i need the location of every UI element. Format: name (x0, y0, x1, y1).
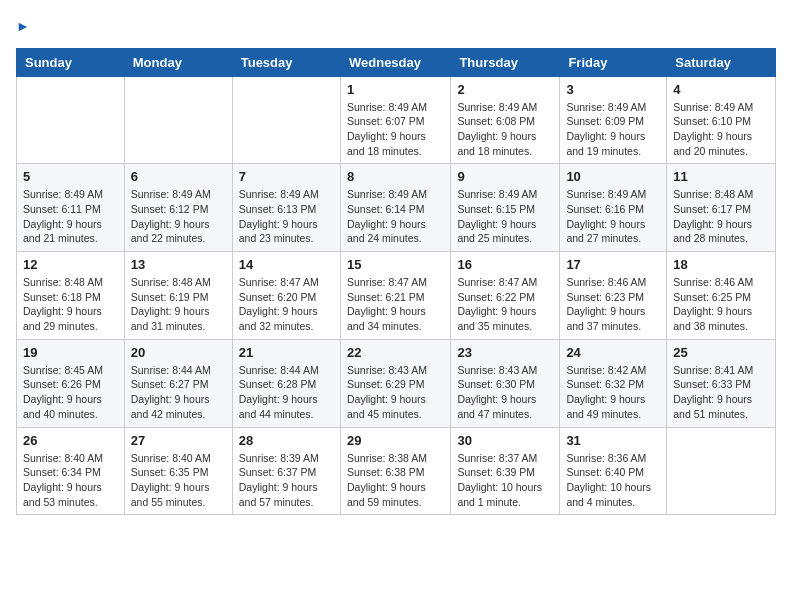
day-info: Sunrise: 8:47 AM Sunset: 6:21 PM Dayligh… (347, 275, 444, 334)
calendar-cell (667, 427, 776, 515)
column-header-tuesday: Tuesday (232, 48, 340, 76)
calendar-cell: 1Sunrise: 8:49 AM Sunset: 6:07 PM Daylig… (340, 76, 450, 164)
calendar-cell: 30Sunrise: 8:37 AM Sunset: 6:39 PM Dayli… (451, 427, 560, 515)
calendar-cell (17, 76, 125, 164)
calendar-cell: 12Sunrise: 8:48 AM Sunset: 6:18 PM Dayli… (17, 252, 125, 340)
day-number: 14 (239, 257, 334, 272)
calendar-cell: 5Sunrise: 8:49 AM Sunset: 6:11 PM Daylig… (17, 164, 125, 252)
day-number: 7 (239, 169, 334, 184)
day-number: 29 (347, 433, 444, 448)
column-header-thursday: Thursday (451, 48, 560, 76)
calendar-cell: 20Sunrise: 8:44 AM Sunset: 6:27 PM Dayli… (124, 339, 232, 427)
calendar-cell: 4Sunrise: 8:49 AM Sunset: 6:10 PM Daylig… (667, 76, 776, 164)
day-number: 8 (347, 169, 444, 184)
day-number: 19 (23, 345, 118, 360)
day-info: Sunrise: 8:49 AM Sunset: 6:12 PM Dayligh… (131, 187, 226, 246)
calendar-cell: 17Sunrise: 8:46 AM Sunset: 6:23 PM Dayli… (560, 252, 667, 340)
day-info: Sunrise: 8:43 AM Sunset: 6:29 PM Dayligh… (347, 363, 444, 422)
day-info: Sunrise: 8:40 AM Sunset: 6:34 PM Dayligh… (23, 451, 118, 510)
logo-icon: ► (16, 18, 30, 34)
day-info: Sunrise: 8:49 AM Sunset: 6:10 PM Dayligh… (673, 100, 769, 159)
calendar-cell: 27Sunrise: 8:40 AM Sunset: 6:35 PM Dayli… (124, 427, 232, 515)
calendar-cell: 22Sunrise: 8:43 AM Sunset: 6:29 PM Dayli… (340, 339, 450, 427)
column-header-sunday: Sunday (17, 48, 125, 76)
day-number: 10 (566, 169, 660, 184)
calendar-cell: 7Sunrise: 8:49 AM Sunset: 6:13 PM Daylig… (232, 164, 340, 252)
day-info: Sunrise: 8:38 AM Sunset: 6:38 PM Dayligh… (347, 451, 444, 510)
day-info: Sunrise: 8:49 AM Sunset: 6:13 PM Dayligh… (239, 187, 334, 246)
day-number: 21 (239, 345, 334, 360)
calendar-cell: 6Sunrise: 8:49 AM Sunset: 6:12 PM Daylig… (124, 164, 232, 252)
day-info: Sunrise: 8:49 AM Sunset: 6:14 PM Dayligh… (347, 187, 444, 246)
day-number: 11 (673, 169, 769, 184)
calendar-cell: 25Sunrise: 8:41 AM Sunset: 6:33 PM Dayli… (667, 339, 776, 427)
calendar-week-row: 1Sunrise: 8:49 AM Sunset: 6:07 PM Daylig… (17, 76, 776, 164)
day-number: 31 (566, 433, 660, 448)
day-info: Sunrise: 8:39 AM Sunset: 6:37 PM Dayligh… (239, 451, 334, 510)
day-info: Sunrise: 8:47 AM Sunset: 6:20 PM Dayligh… (239, 275, 334, 334)
calendar-cell: 19Sunrise: 8:45 AM Sunset: 6:26 PM Dayli… (17, 339, 125, 427)
day-number: 6 (131, 169, 226, 184)
day-info: Sunrise: 8:43 AM Sunset: 6:30 PM Dayligh… (457, 363, 553, 422)
calendar-cell: 8Sunrise: 8:49 AM Sunset: 6:14 PM Daylig… (340, 164, 450, 252)
day-number: 25 (673, 345, 769, 360)
column-header-saturday: Saturday (667, 48, 776, 76)
day-info: Sunrise: 8:44 AM Sunset: 6:27 PM Dayligh… (131, 363, 226, 422)
day-number: 26 (23, 433, 118, 448)
day-number: 13 (131, 257, 226, 272)
day-number: 30 (457, 433, 553, 448)
day-info: Sunrise: 8:48 AM Sunset: 6:18 PM Dayligh… (23, 275, 118, 334)
calendar-cell: 3Sunrise: 8:49 AM Sunset: 6:09 PM Daylig… (560, 76, 667, 164)
day-info: Sunrise: 8:42 AM Sunset: 6:32 PM Dayligh… (566, 363, 660, 422)
calendar-week-row: 12Sunrise: 8:48 AM Sunset: 6:18 PM Dayli… (17, 252, 776, 340)
day-number: 16 (457, 257, 553, 272)
day-info: Sunrise: 8:49 AM Sunset: 6:08 PM Dayligh… (457, 100, 553, 159)
calendar-cell: 2Sunrise: 8:49 AM Sunset: 6:08 PM Daylig… (451, 76, 560, 164)
day-info: Sunrise: 8:41 AM Sunset: 6:33 PM Dayligh… (673, 363, 769, 422)
day-info: Sunrise: 8:49 AM Sunset: 6:09 PM Dayligh… (566, 100, 660, 159)
calendar-cell: 29Sunrise: 8:38 AM Sunset: 6:38 PM Dayli… (340, 427, 450, 515)
day-number: 1 (347, 82, 444, 97)
day-info: Sunrise: 8:44 AM Sunset: 6:28 PM Dayligh… (239, 363, 334, 422)
calendar-cell: 21Sunrise: 8:44 AM Sunset: 6:28 PM Dayli… (232, 339, 340, 427)
calendar-week-row: 19Sunrise: 8:45 AM Sunset: 6:26 PM Dayli… (17, 339, 776, 427)
day-info: Sunrise: 8:45 AM Sunset: 6:26 PM Dayligh… (23, 363, 118, 422)
day-number: 24 (566, 345, 660, 360)
calendar-header-row: SundayMondayTuesdayWednesdayThursdayFrid… (17, 48, 776, 76)
calendar-cell: 14Sunrise: 8:47 AM Sunset: 6:20 PM Dayli… (232, 252, 340, 340)
day-number: 4 (673, 82, 769, 97)
day-number: 20 (131, 345, 226, 360)
calendar-cell: 28Sunrise: 8:39 AM Sunset: 6:37 PM Dayli… (232, 427, 340, 515)
page-header: ► (16, 16, 776, 36)
day-number: 2 (457, 82, 553, 97)
day-info: Sunrise: 8:46 AM Sunset: 6:25 PM Dayligh… (673, 275, 769, 334)
day-info: Sunrise: 8:49 AM Sunset: 6:15 PM Dayligh… (457, 187, 553, 246)
day-number: 12 (23, 257, 118, 272)
day-number: 22 (347, 345, 444, 360)
day-number: 17 (566, 257, 660, 272)
day-info: Sunrise: 8:40 AM Sunset: 6:35 PM Dayligh… (131, 451, 226, 510)
day-number: 18 (673, 257, 769, 272)
day-number: 5 (23, 169, 118, 184)
day-number: 9 (457, 169, 553, 184)
day-info: Sunrise: 8:49 AM Sunset: 6:16 PM Dayligh… (566, 187, 660, 246)
calendar-cell (124, 76, 232, 164)
day-info: Sunrise: 8:46 AM Sunset: 6:23 PM Dayligh… (566, 275, 660, 334)
day-info: Sunrise: 8:36 AM Sunset: 6:40 PM Dayligh… (566, 451, 660, 510)
day-number: 27 (131, 433, 226, 448)
calendar-cell (232, 76, 340, 164)
day-info: Sunrise: 8:48 AM Sunset: 6:19 PM Dayligh… (131, 275, 226, 334)
calendar-cell: 24Sunrise: 8:42 AM Sunset: 6:32 PM Dayli… (560, 339, 667, 427)
day-number: 23 (457, 345, 553, 360)
calendar-cell: 23Sunrise: 8:43 AM Sunset: 6:30 PM Dayli… (451, 339, 560, 427)
day-number: 3 (566, 82, 660, 97)
calendar-cell: 11Sunrise: 8:48 AM Sunset: 6:17 PM Dayli… (667, 164, 776, 252)
column-header-wednesday: Wednesday (340, 48, 450, 76)
calendar-table: SundayMondayTuesdayWednesdayThursdayFrid… (16, 48, 776, 516)
calendar-week-row: 26Sunrise: 8:40 AM Sunset: 6:34 PM Dayli… (17, 427, 776, 515)
calendar-cell: 15Sunrise: 8:47 AM Sunset: 6:21 PM Dayli… (340, 252, 450, 340)
calendar-cell: 16Sunrise: 8:47 AM Sunset: 6:22 PM Dayli… (451, 252, 560, 340)
day-info: Sunrise: 8:48 AM Sunset: 6:17 PM Dayligh… (673, 187, 769, 246)
calendar-cell: 10Sunrise: 8:49 AM Sunset: 6:16 PM Dayli… (560, 164, 667, 252)
calendar-week-row: 5Sunrise: 8:49 AM Sunset: 6:11 PM Daylig… (17, 164, 776, 252)
